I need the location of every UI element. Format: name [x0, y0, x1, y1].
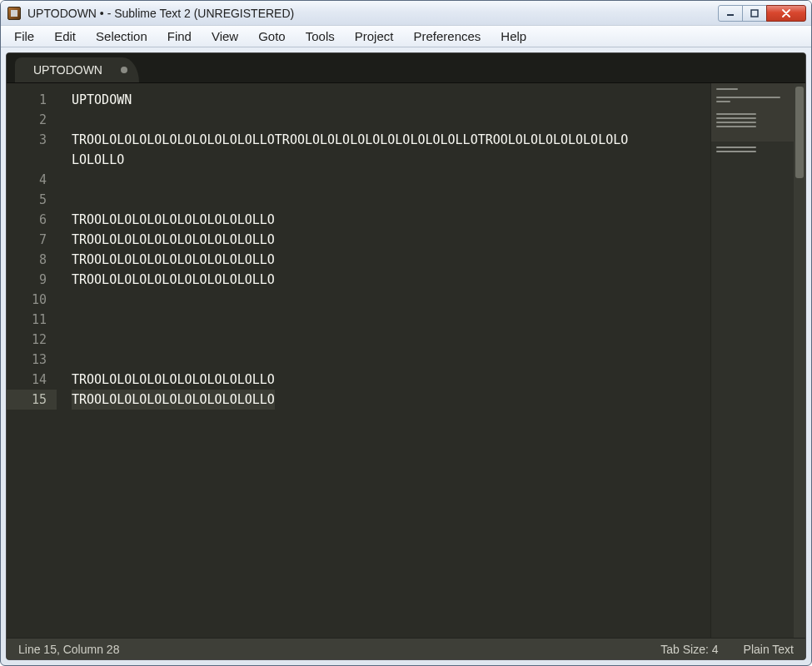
- line-number: 8: [7, 250, 47, 270]
- status-position[interactable]: Line 15, Column 28: [18, 643, 119, 656]
- code-line[interactable]: TROOLOLOLOLOLOLOLOLOLOLOLLO: [72, 230, 710, 250]
- menu-help[interactable]: Help: [491, 26, 536, 47]
- code-line[interactable]: [72, 190, 710, 210]
- svg-rect-1: [751, 10, 758, 17]
- code-line[interactable]: [72, 110, 710, 130]
- code-line[interactable]: [72, 350, 710, 370]
- svg-rect-0: [727, 14, 734, 16]
- minimap-viewport[interactable]: [711, 83, 794, 142]
- code-line[interactable]: TROOLOLOLOLOLOLOLOLOLOLOLLO: [72, 390, 275, 410]
- maximize-button[interactable]: [742, 5, 767, 22]
- line-number: 5: [7, 190, 47, 210]
- menu-project[interactable]: Project: [345, 26, 404, 47]
- code-line[interactable]: TROOLOLOLOLOLOLOLOLOLOLOLLO: [72, 270, 710, 290]
- menu-find[interactable]: Find: [157, 26, 202, 47]
- code-line[interactable]: [72, 330, 710, 350]
- menu-goto[interactable]: Goto: [248, 26, 296, 47]
- menu-edit[interactable]: Edit: [44, 26, 86, 47]
- line-number: 10: [7, 290, 47, 310]
- line-number: 2: [7, 110, 47, 130]
- line-number: 13: [7, 350, 47, 370]
- line-number: 6: [7, 210, 47, 230]
- line-number: 1: [7, 90, 47, 110]
- code-line[interactable]: TROOLOLOLOLOLOLOLOLOLOLOLLO: [72, 210, 710, 230]
- editor-area: 123456789101112131415 UPTODOWNTROOLOLOLO…: [7, 83, 805, 638]
- window-controls: [718, 5, 806, 22]
- dirty-indicator-icon: [121, 67, 127, 73]
- window-title: UPTODOWN • - Sublime Text 2 (UNREGISTERE…: [27, 7, 718, 20]
- code-line[interactable]: TROOLOLOLOLOLOLOLOLOLOLOLLO: [72, 250, 710, 270]
- maximize-icon: [750, 9, 759, 17]
- minimap[interactable]: [710, 83, 794, 638]
- code-line[interactable]: [72, 290, 710, 310]
- code-line[interactable]: TROOLOLOLOLOLOLOLOLOLOLOLLO: [72, 370, 710, 390]
- file-tab[interactable]: UPTODOWN: [15, 57, 139, 82]
- code-line[interactable]: TROOLOLOLOLOLOLOLOLOLOLOLLOTROOLOLOLOLOL…: [72, 130, 710, 150]
- line-gutter[interactable]: 123456789101112131415: [7, 83, 57, 638]
- titlebar[interactable]: UPTODOWN • - Sublime Text 2 (UNREGISTERE…: [1, 1, 811, 26]
- line-number: 14: [7, 370, 47, 390]
- app-icon: [7, 7, 21, 20]
- menu-selection[interactable]: Selection: [86, 26, 157, 47]
- code-line[interactable]: UPTODOWN: [72, 90, 710, 110]
- scrollbar-thumb[interactable]: [795, 87, 804, 178]
- menu-view[interactable]: View: [202, 26, 248, 47]
- menu-tools[interactable]: Tools: [296, 26, 345, 47]
- close-button[interactable]: [766, 5, 806, 22]
- line-number: 15: [7, 390, 57, 410]
- tabbar[interactable]: UPTODOWN: [7, 53, 805, 83]
- status-tab-size[interactable]: Tab Size: 4: [660, 643, 718, 656]
- line-number: 7: [7, 230, 47, 250]
- code-line[interactable]: LOLOLLO: [72, 150, 710, 170]
- vertical-scrollbar[interactable]: [794, 83, 805, 638]
- code-editor[interactable]: UPTODOWNTROOLOLOLOLOLOLOLOLOLOLOLLOTROOL…: [57, 83, 710, 638]
- minimize-button[interactable]: [718, 5, 743, 22]
- code-line[interactable]: [72, 170, 710, 190]
- statusbar: Line 15, Column 28 Tab Size: 4 Plain Tex…: [7, 638, 805, 659]
- editor-chrome: UPTODOWN 123456789101112131415 UPTODOWNT…: [6, 52, 806, 660]
- status-syntax[interactable]: Plain Text: [744, 643, 794, 656]
- line-number: 9: [7, 270, 47, 290]
- code-line[interactable]: [72, 310, 710, 330]
- menu-file[interactable]: File: [4, 26, 44, 47]
- file-tab-label: UPTODOWN: [33, 63, 102, 77]
- minimize-icon: [726, 9, 735, 17]
- line-number: [7, 150, 47, 170]
- line-number: 12: [7, 330, 47, 350]
- line-number: 11: [7, 310, 47, 330]
- menubar: File Edit Selection Find View Goto Tools…: [1, 26, 811, 47]
- app-window: UPTODOWN • - Sublime Text 2 (UNREGISTERE…: [0, 0, 812, 666]
- line-number: 4: [7, 170, 47, 190]
- line-number: 3: [7, 130, 47, 150]
- close-icon: [781, 9, 791, 17]
- menu-preferences[interactable]: Preferences: [403, 26, 491, 47]
